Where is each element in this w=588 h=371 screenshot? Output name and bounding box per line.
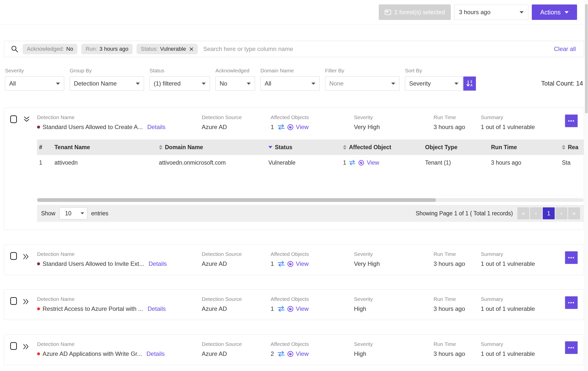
column-header[interactable]: Affected Object bbox=[349, 144, 391, 151]
next-page-button[interactable]: › bbox=[555, 207, 567, 219]
actions-label: Actions bbox=[540, 9, 561, 16]
more-actions-button[interactable]: ••• bbox=[565, 251, 578, 264]
main-content: Acknowledged: No Run: 3 hours ago Status… bbox=[0, 41, 588, 365]
horizontal-scrollbar[interactable] bbox=[37, 198, 584, 202]
column-header[interactable]: Rea bbox=[568, 144, 578, 151]
filter-chip-run[interactable]: Run: 3 hours ago bbox=[81, 44, 133, 54]
row-checkbox[interactable] bbox=[10, 252, 17, 260]
time-range-dropdown[interactable]: 3 hours ago bbox=[454, 4, 528, 20]
summary-value: 1 out of 1 vulnerable bbox=[481, 124, 535, 131]
filter-chip-status[interactable]: Status: Vulnerable bbox=[137, 44, 198, 54]
view-link[interactable]: View bbox=[296, 350, 309, 357]
detection-name: Standard Users Allowed to Invite Ext... bbox=[43, 260, 144, 267]
column-header[interactable]: Domain Name bbox=[165, 144, 203, 151]
column-header[interactable]: # bbox=[39, 144, 42, 151]
status-dropdown[interactable]: (1) filtered bbox=[149, 76, 210, 91]
severity-label: Severity bbox=[354, 114, 434, 120]
actions-button[interactable]: Actions bbox=[532, 4, 577, 20]
search-bar: Acknowledged: No Run: 3 hours ago Status… bbox=[4, 41, 584, 57]
expand-icon[interactable] bbox=[22, 342, 30, 352]
swap-arrows-icon[interactable] bbox=[277, 261, 285, 267]
detection-source-label: Detection Source bbox=[202, 251, 271, 257]
more-actions-button[interactable]: ••• bbox=[565, 114, 578, 127]
sorted-descending-icon[interactable] bbox=[268, 146, 272, 148]
details-link[interactable]: Details bbox=[148, 260, 167, 267]
severity-bullet bbox=[37, 126, 40, 129]
sort-by-dropdown[interactable]: Severity bbox=[405, 76, 463, 91]
severity-bullet bbox=[37, 352, 40, 355]
run-time-value: 3 hours ago bbox=[434, 305, 465, 312]
expand-icon[interactable] bbox=[22, 297, 30, 307]
column-header[interactable]: Object Type bbox=[425, 144, 457, 151]
run-time-value: 3 hours ago bbox=[434, 350, 465, 357]
eye-icon[interactable] bbox=[287, 124, 294, 131]
view-link[interactable]: View bbox=[296, 124, 309, 131]
forest-selector-button[interactable]: 1 forest(s) selected bbox=[379, 4, 451, 20]
summary-value: 1 out of 1 vulnerable bbox=[481, 260, 535, 267]
acknowledged-dropdown[interactable]: No bbox=[215, 76, 255, 91]
row-checkbox[interactable] bbox=[10, 297, 17, 305]
filter-filter-by: Filter By None bbox=[325, 68, 399, 91]
ellipsis-icon: ••• bbox=[568, 118, 575, 124]
swap-arrows-icon[interactable] bbox=[277, 351, 285, 357]
column-header[interactable]: Status bbox=[275, 144, 292, 151]
page-1-button[interactable]: 1 bbox=[543, 207, 555, 219]
eye-icon[interactable] bbox=[287, 261, 294, 267]
chip-value: 3 hours ago bbox=[99, 46, 128, 52]
close-icon[interactable] bbox=[189, 47, 194, 51]
reason: Sta bbox=[562, 159, 571, 166]
details-link[interactable]: Details bbox=[147, 124, 165, 131]
sort-direction-button[interactable]: ZA bbox=[463, 76, 476, 91]
last-page-button[interactable]: » bbox=[568, 207, 580, 219]
eye-icon[interactable] bbox=[287, 351, 294, 357]
filter-label: Sort By bbox=[405, 68, 476, 74]
column-header[interactable]: Run Time bbox=[491, 144, 517, 151]
filter-by-dropdown[interactable]: None bbox=[325, 76, 399, 91]
filter-sort-by: Sort By Severity ZA bbox=[405, 68, 476, 91]
column-header[interactable]: Tenant Name bbox=[54, 144, 90, 151]
domain-name-dropdown[interactable]: All bbox=[260, 76, 320, 91]
expand-icon[interactable] bbox=[22, 252, 30, 262]
severity-value: High bbox=[354, 350, 366, 357]
pagination: « ‹ 1 › » bbox=[517, 207, 580, 219]
detail-table: # Tenant Name Domain Name Status Affecte… bbox=[37, 139, 584, 222]
view-link[interactable]: View bbox=[296, 260, 309, 267]
scrollbar-thumb[interactable] bbox=[37, 198, 436, 202]
row-number: 1 bbox=[39, 159, 42, 166]
view-link[interactable]: View bbox=[367, 159, 379, 166]
first-page-button[interactable]: « bbox=[517, 207, 529, 219]
sort-icon[interactable] bbox=[562, 145, 565, 150]
search-input[interactable] bbox=[202, 46, 550, 52]
more-actions-button[interactable]: ••• bbox=[565, 341, 578, 354]
filter-chip-acknowledged[interactable]: Acknowledged: No bbox=[23, 44, 77, 54]
swap-arrows-icon[interactable] bbox=[277, 306, 285, 312]
filter-by-value: None bbox=[329, 80, 343, 87]
severity-label: Severity bbox=[354, 296, 434, 302]
swap-arrows-icon[interactable] bbox=[349, 160, 356, 166]
entries-label: entries bbox=[91, 210, 108, 217]
eye-icon[interactable] bbox=[358, 160, 364, 166]
details-link[interactable]: Details bbox=[147, 305, 166, 312]
severity-bullet bbox=[37, 262, 40, 265]
details-link[interactable]: Details bbox=[147, 350, 165, 357]
view-link[interactable]: View bbox=[296, 305, 309, 312]
filter-label: Group By bbox=[70, 68, 144, 74]
table-row[interactable]: 1 attivoedn attivoedn.onmicrosoft.com Vu… bbox=[37, 155, 584, 170]
run-time-label: Run Time bbox=[434, 296, 481, 302]
clear-all-link[interactable]: Clear all bbox=[554, 46, 577, 52]
more-actions-button[interactable]: ••• bbox=[565, 296, 578, 309]
scrollbar-thumb[interactable] bbox=[585, 4, 588, 113]
window-scrollbar[interactable] bbox=[585, 0, 588, 371]
page-size-dropdown[interactable]: 10 bbox=[59, 207, 87, 219]
severity-dropdown[interactable]: All bbox=[5, 76, 64, 91]
swap-arrows-icon[interactable] bbox=[277, 124, 285, 130]
eye-icon[interactable] bbox=[287, 306, 294, 312]
row-checkbox[interactable] bbox=[10, 115, 17, 123]
sort-icon[interactable] bbox=[343, 145, 346, 150]
group-by-dropdown[interactable]: Detection Name bbox=[70, 76, 144, 91]
row-checkbox[interactable] bbox=[10, 342, 17, 350]
sort-icon[interactable] bbox=[159, 145, 162, 150]
collapse-icon[interactable] bbox=[22, 116, 31, 125]
prev-page-button[interactable]: ‹ bbox=[530, 207, 542, 219]
chip-label: Run: bbox=[86, 46, 97, 52]
